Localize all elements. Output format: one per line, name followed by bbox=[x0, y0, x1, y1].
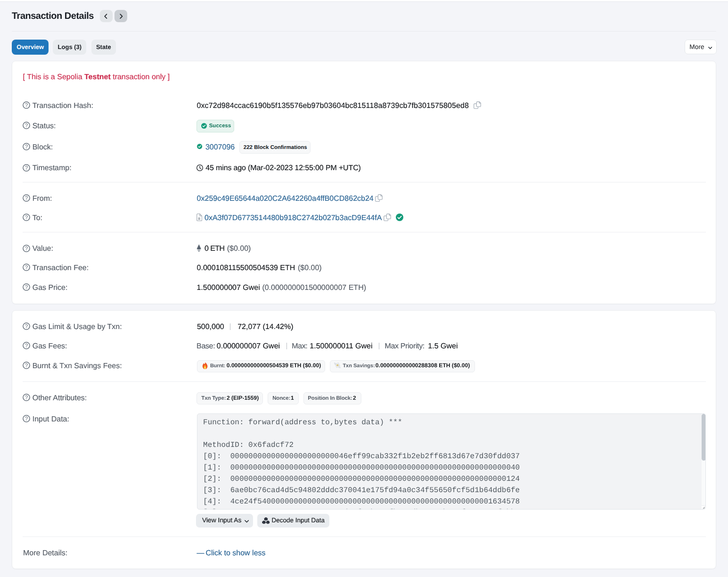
svg-text:?: ? bbox=[25, 343, 28, 349]
svg-text:?: ? bbox=[25, 143, 28, 150]
svg-text:?: ? bbox=[25, 195, 28, 201]
svg-text:?: ? bbox=[25, 245, 28, 252]
svg-text:?: ? bbox=[25, 323, 28, 330]
svg-text:?: ? bbox=[25, 165, 28, 171]
svg-text:?: ? bbox=[25, 415, 28, 422]
svg-text:?: ? bbox=[25, 102, 28, 108]
svg-text:?: ? bbox=[25, 362, 28, 369]
svg-text:?: ? bbox=[25, 394, 28, 401]
svg-text:?: ? bbox=[25, 264, 28, 271]
svg-text:?: ? bbox=[25, 214, 28, 221]
svg-text:?: ? bbox=[25, 284, 28, 290]
svg-text:?: ? bbox=[25, 122, 28, 129]
